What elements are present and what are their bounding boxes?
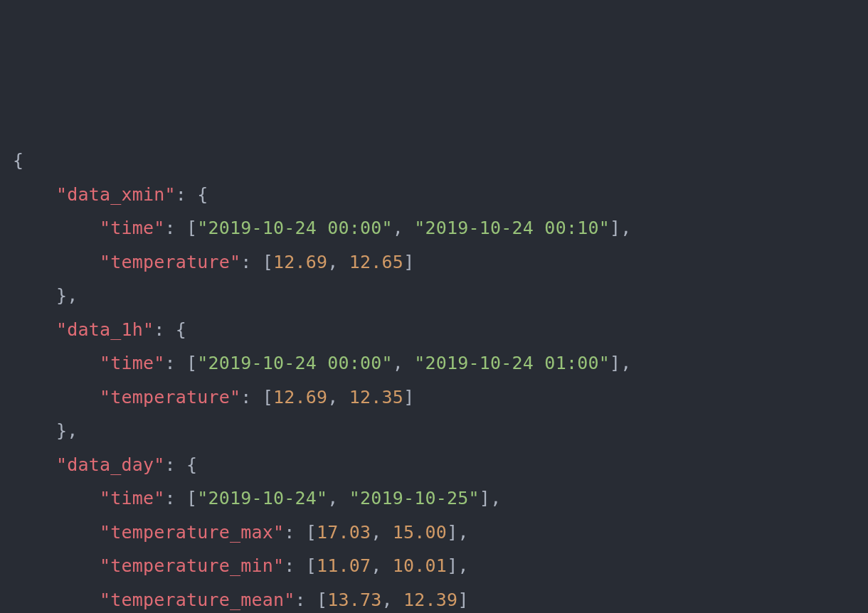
json-number: 17.03	[317, 522, 371, 543]
code-line: "time": ["2019-10-24", "2019-10-25"],	[13, 481, 855, 516]
json-number: 12.35	[349, 387, 403, 407]
code-line: "data_xmin": {	[13, 178, 855, 212]
json-number: 13.73	[327, 590, 381, 610]
json-number: 11.07	[317, 555, 371, 576]
json-key: "temperature"	[100, 252, 240, 272]
indent-guide	[13, 387, 100, 407]
comma: ,	[393, 218, 415, 238]
indent-guide	[13, 285, 56, 306]
code-line: "data_1h": {	[13, 313, 855, 347]
punct: : {	[176, 184, 208, 205]
punct: :	[165, 353, 187, 373]
json-key: "temperature_mean"	[100, 590, 295, 610]
json-number: 15.00	[393, 522, 447, 543]
comma: ,	[457, 522, 468, 543]
punct: :	[295, 590, 317, 610]
bracket-close: ]	[457, 590, 468, 610]
open-brace: {	[13, 150, 23, 171]
indent-guide	[13, 184, 56, 205]
json-string: "2019-10-24 01:00"	[414, 353, 610, 373]
json-number: 12.69	[273, 252, 327, 272]
json-number: 12.69	[273, 387, 327, 407]
json-number: 12.65	[349, 252, 403, 272]
bracket-open: [	[317, 590, 327, 610]
bracket-close: ]	[610, 353, 620, 373]
code-line: "temperature_mean": [13.73, 12.39]	[13, 583, 855, 614]
json-key: "data_day"	[56, 454, 165, 475]
code-line: "time": ["2019-10-24 00:00", "2019-10-24…	[13, 346, 855, 380]
json-number: 10.01	[393, 555, 447, 576]
json-string: "2019-10-24 00:00"	[197, 218, 393, 238]
comma: ,	[327, 488, 349, 508]
bracket-open: [	[186, 218, 197, 238]
json-number: 12.39	[403, 590, 457, 610]
comma: ,	[457, 555, 468, 576]
bracket-open: [	[306, 555, 317, 576]
bracket-open: [	[186, 353, 197, 373]
json-string: "2019-10-24 00:00"	[197, 353, 393, 373]
bracket-open: [	[306, 522, 317, 543]
comma: ,	[371, 522, 393, 543]
code-line: },	[13, 414, 855, 448]
bracket-open: [	[263, 387, 273, 407]
code-block: { "data_xmin": { "time": ["2019-10-24 00…	[13, 144, 855, 613]
json-key: "temperature"	[100, 387, 240, 407]
close-brace: },	[56, 420, 78, 441]
indent-guide	[13, 218, 100, 238]
comma: ,	[382, 590, 404, 610]
bracket-open: [	[186, 488, 197, 508]
indent-guide	[13, 555, 100, 576]
json-string: "2019-10-24"	[197, 488, 327, 508]
indent-guide	[13, 319, 56, 340]
indent-guide	[13, 488, 100, 508]
code-line: },	[13, 279, 855, 313]
comma: ,	[620, 218, 631, 238]
punct: :	[165, 488, 187, 508]
json-key: "data_1h"	[56, 319, 154, 340]
indent-guide	[13, 353, 100, 373]
json-string: "2019-10-24 00:10"	[414, 218, 610, 238]
code-line: "temperature_max": [17.03, 15.00],	[13, 516, 855, 550]
comma: ,	[490, 488, 501, 508]
code-line: "temperature": [12.69, 12.35]	[13, 380, 855, 415]
json-key: "data_xmin"	[56, 184, 176, 205]
indent-guide	[13, 252, 100, 272]
bracket-close: ]	[480, 488, 490, 508]
comma: ,	[371, 555, 393, 576]
json-key: "temperature_max"	[100, 522, 284, 543]
code-line: "temperature_min": [11.07, 10.01],	[13, 549, 855, 583]
json-key: "time"	[100, 218, 165, 238]
punct: : {	[165, 454, 198, 475]
comma: ,	[327, 252, 349, 272]
bracket-close: ]	[403, 252, 414, 272]
punct: :	[240, 252, 263, 272]
indent-guide	[13, 454, 56, 475]
bracket-open: [	[263, 252, 273, 272]
comma: ,	[620, 353, 631, 373]
code-line: "data_day": {	[13, 448, 855, 482]
punct: :	[284, 522, 306, 543]
comma: ,	[393, 353, 415, 373]
punct: :	[165, 218, 187, 238]
code-line: "time": ["2019-10-24 00:00", "2019-10-24…	[13, 211, 855, 245]
bracket-close: ]	[403, 387, 414, 407]
punct: :	[284, 555, 306, 576]
bracket-close: ]	[610, 218, 620, 238]
indent-guide	[13, 420, 56, 441]
code-line: {	[13, 144, 855, 178]
indent-guide	[13, 522, 100, 543]
indent-guide	[13, 590, 100, 610]
json-key: "temperature_min"	[100, 555, 284, 576]
json-key: "time"	[100, 353, 165, 373]
code-line: "temperature": [12.69, 12.65]	[13, 245, 855, 279]
json-key: "time"	[100, 488, 165, 508]
bracket-close: ]	[447, 522, 457, 543]
close-brace: },	[56, 285, 78, 306]
punct: :	[240, 387, 263, 407]
bracket-close: ]	[447, 555, 457, 576]
json-string: "2019-10-25"	[349, 488, 480, 508]
punct: : {	[154, 319, 186, 340]
comma: ,	[327, 387, 349, 407]
